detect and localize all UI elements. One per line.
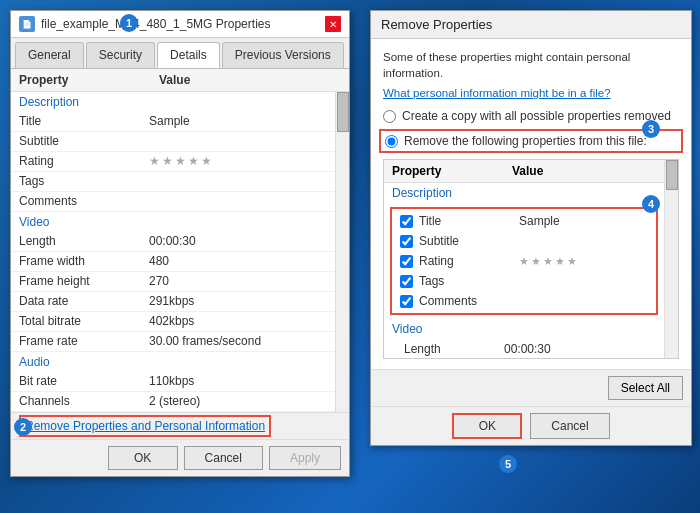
close-button[interactable]: ✕ <box>325 16 341 32</box>
file-icon: 📄 <box>19 16 35 32</box>
apply-button[interactable]: Apply <box>269 446 341 470</box>
right-description-section: Description <box>384 183 664 203</box>
checkbox-comments[interactable] <box>400 295 413 308</box>
checkbox-section: Title Sample Subtitle Rating ★★★★★ <box>390 207 658 315</box>
badge-5: 5 <box>499 455 517 473</box>
tab-general[interactable]: General <box>15 42 84 68</box>
badge-2: 2 <box>14 418 32 436</box>
right-video-section: Video <box>384 319 664 339</box>
badge-1: 1 <box>120 14 138 32</box>
check-tags: Tags <box>396 271 652 291</box>
titlebar: 📄 file_example_MP4_480_1_5MG Properties … <box>11 11 349 38</box>
checkbox-subtitle[interactable] <box>400 235 413 248</box>
ok-button-right[interactable]: OK <box>452 413 522 439</box>
scroll-thumb[interactable] <box>337 92 349 132</box>
tab-previous-versions[interactable]: Previous Versions <box>222 42 344 68</box>
radio-remove-input[interactable] <box>385 135 398 148</box>
checkbox-rating[interactable] <box>400 255 413 268</box>
prop-row-data-rate: Data rate 291kbps <box>11 292 335 312</box>
window-title: file_example_MP4_480_1_5MG Properties <box>41 17 270 31</box>
table-header: Property Value <box>11 69 349 92</box>
tabs-bar: General Security Details Previous Versio… <box>11 38 349 69</box>
check-subtitle: Subtitle <box>396 231 652 251</box>
tab-security[interactable]: Security <box>86 42 155 68</box>
right-scrollbar[interactable] <box>664 160 678 358</box>
select-all-button[interactable]: Select All <box>608 376 683 400</box>
right-description: Some of these properties might contain p… <box>383 49 679 81</box>
ok-button-left[interactable]: OK <box>108 446 178 470</box>
prop-row-length: Length 00:00:30 <box>11 232 335 252</box>
video-section: Video <box>11 212 335 232</box>
checkbox-title[interactable] <box>400 215 413 228</box>
tab-details[interactable]: Details <box>157 42 220 68</box>
prop-row-channels: Channels 2 (stereo) <box>11 392 335 412</box>
check-rating: Rating ★★★★★ <box>396 251 652 271</box>
scroll-area: Description Title Sample Subtitle Rating… <box>11 92 349 412</box>
left-button-bar: OK Cancel Apply <box>11 439 349 476</box>
right-prop-col-header: Property <box>392 164 512 178</box>
badge-4: 4 <box>642 195 660 213</box>
value-col-header: Value <box>159 73 341 87</box>
prop-row-title: Title Sample <box>11 112 335 132</box>
radio-copy-input[interactable] <box>383 110 396 123</box>
right-scroll-thumb[interactable] <box>666 160 678 190</box>
bottom-bar: Remove Properties and Personal Informati… <box>11 412 349 439</box>
right-prop-area: Property Value Description Title Sample … <box>383 159 679 359</box>
property-col-header: Property <box>19 73 159 87</box>
right-bottom-bar: Select All <box>371 369 691 406</box>
prop-row-bit-rate: Bit rate 110kbps <box>11 372 335 392</box>
cancel-button-left[interactable]: Cancel <box>184 446 263 470</box>
remove-properties-link[interactable]: Remove Properties and Personal Informati… <box>19 415 271 437</box>
audio-section: Audio <box>11 352 335 372</box>
description-section: Description <box>11 92 335 112</box>
scrollbar[interactable] <box>335 92 349 412</box>
prop-row-rating: Rating ★★★★★ <box>11 152 335 172</box>
right-table-header: Property Value <box>384 160 678 183</box>
window-content: Property Value Description Title Sample … <box>11 69 349 412</box>
prop-row-subtitle: Subtitle <box>11 132 335 152</box>
prop-row-frame-width: Frame width 480 <box>11 252 335 272</box>
radio-remove-following[interactable]: Remove the following properties from thi… <box>379 129 683 153</box>
cancel-button-right[interactable]: Cancel <box>530 413 609 439</box>
right-window: Remove Properties Some of these properti… <box>370 10 692 446</box>
right-prop-length: Length 00:00:30 <box>384 339 664 359</box>
prop-row-frame-rate: Frame rate 30.00 frames/second <box>11 332 335 352</box>
radio-remove-label: Remove the following properties from thi… <box>404 134 647 148</box>
right-button-bar: OK Cancel <box>371 406 691 445</box>
check-title: Title Sample <box>396 211 652 231</box>
right-val-col-header: Value <box>512 164 543 178</box>
what-personal-info-link[interactable]: What personal information might be in a … <box>383 87 679 99</box>
prop-row-frame-height: Frame height 270 <box>11 272 335 292</box>
prop-row-tags: Tags <box>11 172 335 192</box>
left-window: 📄 file_example_MP4_480_1_5MG Properties … <box>10 10 350 477</box>
right-titlebar: Remove Properties <box>371 11 691 39</box>
radio-copy-label: Create a copy with all possible properti… <box>402 109 671 123</box>
badge-3: 3 <box>642 120 660 138</box>
radio-create-copy[interactable]: Create a copy with all possible properti… <box>383 109 679 123</box>
prop-row-comments: Comments <box>11 192 335 212</box>
titlebar-left: 📄 file_example_MP4_480_1_5MG Properties <box>19 16 270 32</box>
prop-row-total-bitrate: Total bitrate 402kbps <box>11 312 335 332</box>
check-comments: Comments <box>396 291 652 311</box>
checkbox-tags[interactable] <box>400 275 413 288</box>
